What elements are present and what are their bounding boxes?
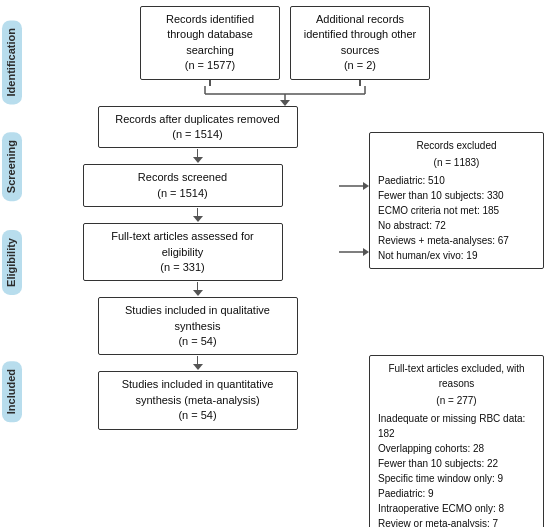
- ft-excl-item-2: Overlapping cohorts: 28: [378, 441, 535, 456]
- ft-excl-item-4: Specific time window only: 9: [378, 471, 535, 486]
- records-excluded-count: (n = 1183): [378, 155, 535, 170]
- main-content: Records identified through database sear…: [24, 0, 550, 527]
- screened-row: Records screened (n = 1514): [26, 164, 369, 207]
- fulltext-excluded-list: Inadequate or missing RBC data: 182 Over…: [378, 411, 535, 527]
- right-arrow-screened: [339, 180, 369, 192]
- fulltext-row: Full-text articles assessed for eligibil…: [26, 223, 369, 281]
- other-sources-count: (n = 2): [299, 58, 421, 73]
- right-arrow-svg: [339, 180, 369, 192]
- other-sources-title: Additional records identified through ot…: [299, 12, 421, 58]
- fulltext-excluded-box: Full-text articles excluded, with reason…: [369, 355, 544, 527]
- included-section-label: Included: [0, 302, 24, 462]
- records-excluded-title: Records excluded: [378, 138, 535, 153]
- qual-synthesis-count: (n = 54): [107, 334, 289, 349]
- sidebar-labels: Identification Screening Eligibility Inc…: [0, 0, 24, 527]
- arrow-svg-container: [135, 86, 435, 106]
- eligibility-section-label: Eligibility: [0, 212, 24, 302]
- side-spacer: [369, 273, 544, 351]
- excl-item-6: Not human/ex vivo: 19: [378, 248, 535, 263]
- svg-marker-5: [280, 100, 290, 106]
- fulltext-count: (n = 331): [92, 260, 274, 275]
- identification-row: Records identified through database sear…: [26, 6, 544, 80]
- qual-synthesis-box: Studies included in qualitative synthesi…: [98, 297, 298, 355]
- excl-item-3: ECMO criteria not met: 185: [378, 203, 535, 218]
- after-duplicates-count: (n = 1514): [107, 127, 289, 142]
- screened-title: Records screened: [92, 170, 274, 185]
- ft-excl-item-5: Paediatric: 9: [378, 486, 535, 501]
- excl-item-2: Fewer than 10 subjects: 330: [378, 188, 535, 203]
- records-excluded-title-text: Records excluded: [416, 140, 496, 151]
- other-sources-box: Additional records identified through ot…: [290, 6, 430, 80]
- center-flow: Records after duplicates removed (n = 15…: [26, 106, 369, 430]
- identification-label: Identification: [2, 20, 22, 104]
- fulltext-center: Full-text articles assessed for eligibil…: [26, 223, 339, 281]
- ft-excl-item-7: Review or meta-analysis: 7: [378, 516, 535, 527]
- right-arrow-fulltext: [339, 246, 369, 258]
- db-search-title: Records identified through database sear…: [149, 12, 271, 58]
- identification-section-label: Identification: [0, 2, 24, 112]
- quant-synthesis-title: Studies included in quantitative synthes…: [107, 377, 289, 408]
- quant-synthesis-count: (n = 54): [107, 408, 289, 423]
- fulltext-excluded-count: (n = 277): [378, 393, 535, 408]
- db-search-count: (n = 1577): [149, 58, 271, 73]
- records-excluded-list: Paediatric: 510 Fewer than 10 subjects: …: [378, 173, 535, 263]
- excl-item-1: Paediatric: 510: [378, 173, 535, 188]
- fulltext-title: Full-text articles assessed for eligibil…: [92, 229, 274, 260]
- screening-section-label: Screening: [0, 112, 24, 212]
- included-label: Included: [2, 361, 22, 422]
- excl-item-5: Reviews + meta-analyses: 67: [378, 233, 535, 248]
- after-duplicates-title: Records after duplicates removed: [107, 112, 289, 127]
- arrow3: [193, 282, 203, 296]
- eligibility-label: Eligibility: [2, 230, 22, 295]
- fulltext-excluded-title-text: Full-text articles excluded, with reason…: [388, 363, 524, 389]
- fulltext-excluded-title: Full-text articles excluded, with reason…: [378, 361, 535, 391]
- screened-center: Records screened (n = 1514): [26, 164, 339, 207]
- fulltext-excluded-content: Full-text articles excluded, with reason…: [369, 355, 544, 527]
- db-search-box: Records identified through database sear…: [140, 6, 280, 80]
- records-excluded-content: Records excluded (n = 1183) Paediatric: …: [369, 132, 544, 269]
- ft-excl-item-6: Intraoperative ECMO only: 8: [378, 501, 535, 516]
- right-arrow-svg2: [339, 246, 369, 258]
- screening-label: Screening: [2, 132, 22, 201]
- qual-synthesis-title: Studies included in qualitative synthesi…: [107, 303, 289, 334]
- quant-synthesis-box: Studies included in quantitative synthes…: [98, 371, 298, 429]
- arrow2: [193, 208, 203, 222]
- db-search-box-content: Records identified through database sear…: [140, 6, 280, 80]
- excl-item-4: No abstract: 72: [378, 218, 535, 233]
- other-sources-box-content: Additional records identified through ot…: [290, 6, 430, 80]
- arrow1: [193, 149, 203, 163]
- ft-excl-item-1: Inadequate or missing RBC data: 182: [378, 411, 535, 441]
- fulltext-box: Full-text articles assessed for eligibil…: [83, 223, 283, 281]
- converging-arrow-svg: [135, 86, 435, 106]
- arrow4: [193, 356, 203, 370]
- ft-excl-item-3: Fewer than 10 subjects: 22: [378, 456, 535, 471]
- records-excluded-box: Records excluded (n = 1183) Paediatric: …: [369, 132, 544, 269]
- screened-count: (n = 1514): [92, 186, 274, 201]
- side-excluded-col: Records excluded (n = 1183) Paediatric: …: [369, 106, 544, 527]
- screening-section: Records after duplicates removed (n = 15…: [26, 106, 544, 527]
- after-duplicates-box: Records after duplicates removed (n = 15…: [98, 106, 298, 149]
- screened-box: Records screened (n = 1514): [83, 164, 283, 207]
